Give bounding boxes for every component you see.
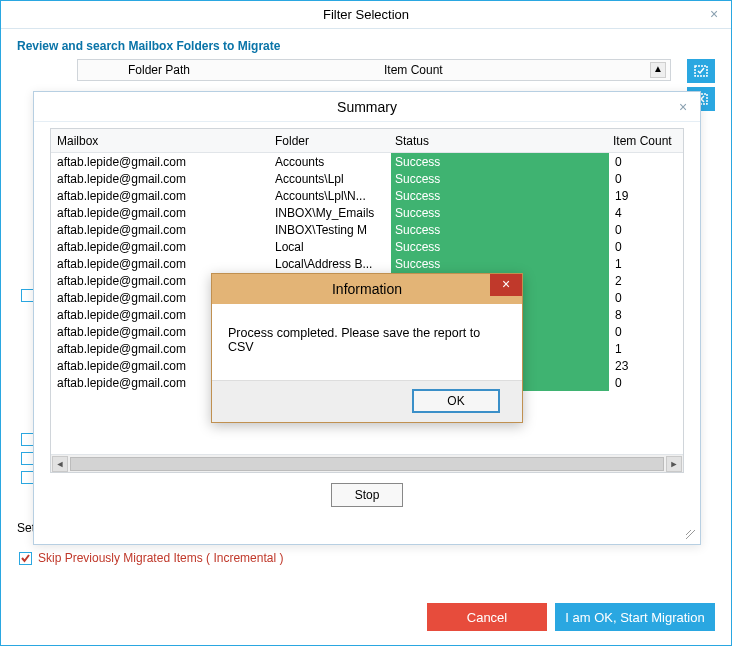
cell-folder: Accounts\Lpl	[271, 170, 391, 187]
cell-status: Success	[391, 204, 609, 221]
close-icon[interactable]: ×	[705, 5, 723, 23]
table-row[interactable]: aftab.lepide@gmail.comINBOX\Testing MSuc…	[51, 221, 683, 238]
cell-mailbox: aftab.lepide@gmail.com	[51, 153, 271, 170]
chevron-up-icon[interactable]: ▲	[650, 62, 666, 78]
grid-header: Mailbox Folder Status Item Count	[51, 129, 683, 153]
cell-item-count: 0	[611, 170, 683, 187]
table-row[interactable]: aftab.lepide@gmail.comAccounts\Lpl\N...S…	[51, 187, 683, 204]
stop-button[interactable]: Stop	[331, 483, 403, 507]
cell-status: Success	[391, 238, 609, 255]
info-footer: OK	[212, 380, 522, 422]
cell-mailbox: aftab.lepide@gmail.com	[51, 170, 271, 187]
table-row[interactable]: aftab.lepide@gmail.comLocalSuccess0	[51, 238, 683, 255]
filter-title-bar: Filter Selection ×	[1, 1, 731, 29]
cell-item-count: 0	[611, 374, 683, 391]
cell-item-count: 19	[611, 187, 683, 204]
cell-mailbox: aftab.lepide@gmail.com	[51, 204, 271, 221]
resize-grip-icon[interactable]	[686, 530, 696, 540]
cell-mailbox: aftab.lepide@gmail.com	[51, 255, 271, 272]
skip-label: Skip Previously Migrated Items ( Increme…	[38, 551, 283, 565]
cell-item-count: 23	[611, 357, 683, 374]
close-icon[interactable]: ×	[674, 98, 692, 116]
column-status[interactable]: Status	[391, 134, 609, 148]
info-title-bar: Information ×	[212, 274, 522, 304]
cell-item-count: 0	[611, 289, 683, 306]
cell-item-count: 0	[611, 323, 683, 340]
check-all-icon[interactable]	[687, 59, 715, 83]
cell-status: Success	[391, 255, 609, 272]
scroll-right-icon[interactable]: ►	[666, 456, 682, 472]
cell-folder: Local	[271, 238, 391, 255]
cell-status: Success	[391, 187, 609, 204]
cell-item-count: 1	[611, 340, 683, 357]
cell-status: Success	[391, 170, 609, 187]
column-folder[interactable]: Folder	[271, 134, 391, 148]
skip-checkbox[interactable]	[19, 552, 32, 565]
cell-folder: Local\Address B...	[271, 255, 391, 272]
cell-folder: Accounts\Lpl\N...	[271, 187, 391, 204]
cell-mailbox: aftab.lepide@gmail.com	[51, 221, 271, 238]
cell-item-count: 2	[611, 272, 683, 289]
information-dialog: Information × Process completed. Please …	[211, 273, 523, 423]
cell-item-count: 0	[611, 221, 683, 238]
table-row[interactable]: aftab.lepide@gmail.comAccountsSuccess0	[51, 153, 683, 170]
cell-status: Success	[391, 153, 609, 170]
outer-grid-header: Folder Path Item Count ▲	[77, 59, 671, 81]
column-item-count[interactable]: Item Count	[378, 63, 670, 77]
ok-button[interactable]: OK	[412, 389, 500, 413]
info-title: Information	[332, 281, 402, 297]
skip-previously-migrated-row: Skip Previously Migrated Items ( Increme…	[19, 551, 283, 565]
cell-item-count: 0	[611, 153, 683, 170]
review-label: Review and search Mailbox Folders to Mig…	[1, 29, 731, 59]
scrollbar-thumb[interactable]	[70, 457, 664, 471]
close-icon[interactable]: ×	[490, 274, 522, 296]
footer-buttons: Cancel I am OK, Start Migration	[427, 603, 715, 631]
cell-status: Success	[391, 221, 609, 238]
cell-folder: Accounts	[271, 153, 391, 170]
column-mailbox[interactable]: Mailbox	[51, 134, 271, 148]
cell-folder: INBOX\Testing M	[271, 221, 391, 238]
scroll-left-icon[interactable]: ◄	[52, 456, 68, 472]
summary-title-bar: Summary ×	[34, 92, 700, 122]
start-migration-button[interactable]: I am OK, Start Migration	[555, 603, 715, 631]
horizontal-scrollbar[interactable]: ◄ ►	[51, 454, 683, 472]
table-row[interactable]: aftab.lepide@gmail.comAccounts\LplSucces…	[51, 170, 683, 187]
column-folder-path[interactable]: Folder Path	[78, 63, 378, 77]
info-message: Process completed. Please save the repor…	[212, 304, 522, 380]
summary-footer: Stop	[34, 477, 700, 544]
filter-title: Filter Selection	[323, 7, 409, 22]
cell-item-count: 1	[611, 255, 683, 272]
cell-item-count: 4	[611, 204, 683, 221]
cell-mailbox: aftab.lepide@gmail.com	[51, 238, 271, 255]
cancel-button[interactable]: Cancel	[427, 603, 547, 631]
table-row[interactable]: aftab.lepide@gmail.comLocal\Address B...…	[51, 255, 683, 272]
cell-item-count: 0	[611, 238, 683, 255]
cell-mailbox: aftab.lepide@gmail.com	[51, 187, 271, 204]
summary-title: Summary	[337, 99, 397, 115]
cell-folder: INBOX\My_Emails	[271, 204, 391, 221]
cell-item-count: 8	[611, 306, 683, 323]
table-row[interactable]: aftab.lepide@gmail.comINBOX\My_EmailsSuc…	[51, 204, 683, 221]
column-item-count[interactable]: Item Count	[609, 134, 681, 148]
